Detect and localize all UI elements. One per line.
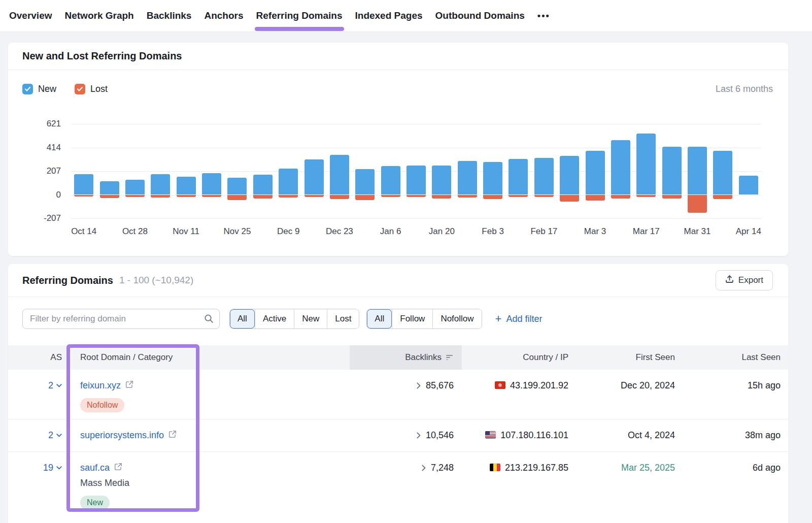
status-filter-new[interactable]: New <box>294 309 327 329</box>
x-axis-tick: Mar 17 <box>623 226 669 237</box>
x-axis-tick: Mar 3 <box>572 226 618 237</box>
as-count: 2 <box>48 380 53 391</box>
domain-category: Mass Media <box>80 478 129 488</box>
as-count: 19 <box>43 463 53 473</box>
new-badge: New <box>80 496 110 510</box>
domain-link[interactable]: superiorsystems.info <box>80 430 164 441</box>
nav-tab-network-graph[interactable]: Network Graph <box>65 0 134 31</box>
domain-link[interactable]: sauf.ca <box>80 463 110 473</box>
nav-tab-indexed-pages[interactable]: Indexed Pages <box>355 0 423 31</box>
nav-tab-outbound-domains[interactable]: Outbound Domains <box>435 0 525 31</box>
new-domains-bar <box>662 147 682 195</box>
new-domains-bar <box>355 169 375 195</box>
root-domain-cell: sauf.caMass MediaNew <box>69 452 350 523</box>
root-domain-cell: superiorsystems.info <box>69 419 350 451</box>
backlinks-count: 85,676 <box>426 380 454 391</box>
lost-domains-bar <box>713 195 732 200</box>
x-axis-tick: Apr 14 <box>726 226 771 237</box>
add-filter-button[interactable]: + Add filter <box>495 313 543 324</box>
as-expander[interactable]: 19 <box>8 452 69 523</box>
x-axis-tick: Nov 25 <box>214 226 260 237</box>
first-seen-cell: Dec 20, 2024 <box>577 370 683 419</box>
x-axis-tick: Nov 11 <box>163 226 209 237</box>
last-seen-value: 15h ago <box>748 380 781 391</box>
lost-domains-bar <box>304 195 324 197</box>
first-seen-cell: Oct 4, 2024 <box>577 419 683 451</box>
x-axis-tick: Oct 14 <box>61 226 107 237</box>
lost-domains-bar <box>74 195 93 197</box>
nav-tab-referring-domains[interactable]: Referring Domains <box>256 0 343 31</box>
column-label: Root Domain / Category <box>80 352 173 363</box>
open-domain-icon[interactable] <box>125 380 133 391</box>
nav-tab-backlinks[interactable]: Backlinks <box>147 0 192 31</box>
nav-tab-overview[interactable]: Overview <box>9 0 52 31</box>
y-axis-tick: 207 <box>23 166 61 176</box>
lost-domains-bar <box>279 195 298 198</box>
x-axis-tick: Mar 31 <box>674 226 720 237</box>
open-domain-icon[interactable] <box>168 430 177 441</box>
legend-new[interactable]: New <box>22 84 56 94</box>
gridline <box>71 148 761 148</box>
nav-tab-anchors[interactable]: Anchors <box>204 0 243 31</box>
chart-title: New and Lost Referring Domains <box>22 50 182 62</box>
new-domains-bar <box>688 147 707 194</box>
lost-checkbox[interactable] <box>75 84 85 94</box>
as-expander[interactable]: 2 <box>8 370 69 419</box>
open-domain-icon[interactable] <box>114 463 122 473</box>
follow-filter-follow[interactable]: Follow <box>392 309 432 329</box>
column-header-last-seen[interactable]: Last Seen <box>683 345 788 370</box>
lost-domains-bar <box>432 195 451 199</box>
new-domains-bar <box>279 169 298 195</box>
follow-filter-nofollow[interactable]: Nofollow <box>432 309 481 329</box>
lost-domains-bar <box>227 195 247 200</box>
sort-icon <box>446 354 454 361</box>
new-domains-bar <box>560 156 579 194</box>
legend-lost[interactable]: Lost <box>75 84 108 94</box>
x-axis-tick: Oct 28 <box>112 226 158 237</box>
export-button[interactable]: Export <box>716 270 773 290</box>
chevron-right-icon <box>417 382 421 389</box>
result-range: 1 - 100 (~10,942) <box>119 275 193 286</box>
new-domains-bar <box>202 173 221 195</box>
new-domains-bar <box>100 181 119 195</box>
status-filter-all[interactable]: All <box>230 309 255 329</box>
new-domains-bar <box>611 140 630 194</box>
expand-backlinks-button[interactable] <box>417 380 421 391</box>
period-label: Last 6 months <box>716 84 773 94</box>
search-icon[interactable] <box>204 313 214 326</box>
ip-address: 213.219.167.85 <box>505 463 568 473</box>
backlinks-cell: 10,546 <box>350 419 462 451</box>
expand-backlinks-button[interactable] <box>422 463 426 474</box>
y-axis-tick: 0 <box>23 190 61 200</box>
column-label: First Seen <box>636 352 675 363</box>
ip-address: 43.199.201.92 <box>510 380 568 391</box>
lost-domains-bar <box>534 195 554 197</box>
y-axis-tick: -207 <box>23 213 61 223</box>
domain-filter-input[interactable] <box>22 309 220 329</box>
column-header-as: AS <box>8 345 69 370</box>
column-header-country-ip: Country / IP <box>462 345 577 370</box>
as-expander[interactable]: 2 <box>8 419 69 451</box>
more-tabs-icon[interactable]: ••• <box>537 11 550 21</box>
status-filter-active[interactable]: Active <box>255 309 294 329</box>
filter-input-wrap <box>22 309 220 329</box>
follow-filter-all[interactable]: All <box>367 309 392 329</box>
bar-chart: 6214142070-207Oct 14Oct 28Nov 11Nov 25De… <box>8 114 788 241</box>
gridline <box>71 124 761 124</box>
column-header-backlinks[interactable]: Backlinks <box>350 345 462 370</box>
x-axis-tick: Feb 3 <box>470 226 516 237</box>
expand-backlinks-button[interactable] <box>417 430 421 441</box>
x-axis-tick: Feb 17 <box>521 226 567 237</box>
column-label: Country / IP <box>523 352 568 363</box>
table-title: Referring Domains <box>22 275 113 286</box>
domain-link[interactable]: feixun.xyz <box>80 380 121 391</box>
column-header-first-seen[interactable]: First Seen <box>577 345 683 370</box>
hk-flag-icon: ✻ <box>495 381 505 389</box>
column-label: AS <box>50 352 62 363</box>
plus-icon: + <box>495 313 502 324</box>
new-checkbox[interactable] <box>22 84 33 94</box>
lost-domains-bar <box>611 195 630 199</box>
lost-domains-bar <box>151 195 170 198</box>
status-filter-lost[interactable]: Lost <box>327 309 359 329</box>
ip-address: 107.180.116.101 <box>500 430 568 441</box>
